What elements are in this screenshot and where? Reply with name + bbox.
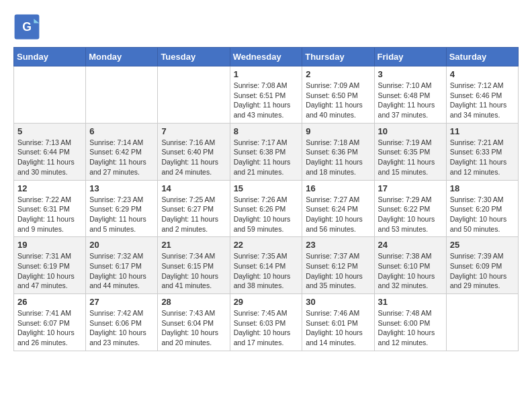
calendar-cell: 28Sunrise: 7:43 AMSunset: 6:04 PMDayligh… bbox=[158, 294, 230, 351]
calendar-cell: 8Sunrise: 7:17 AMSunset: 6:38 PMDaylight… bbox=[230, 123, 302, 180]
day-info: Sunrise: 7:34 AMSunset: 6:15 PMDaylight:… bbox=[161, 251, 226, 291]
day-number: 31 bbox=[378, 297, 443, 307]
calendar-week-row: 5Sunrise: 7:13 AMSunset: 6:44 PMDaylight… bbox=[14, 123, 519, 180]
calendar-cell: 5Sunrise: 7:13 AMSunset: 6:44 PMDaylight… bbox=[14, 123, 86, 180]
calendar-cell: 4Sunrise: 7:12 AMSunset: 6:46 PMDaylight… bbox=[446, 66, 518, 124]
calendar-week-row: 12Sunrise: 7:22 AMSunset: 6:31 PMDayligh… bbox=[14, 180, 519, 237]
day-number: 7 bbox=[161, 126, 226, 136]
day-info: Sunrise: 7:27 AMSunset: 6:24 PMDaylight:… bbox=[306, 195, 370, 234]
calendar-cell: 19Sunrise: 7:31 AMSunset: 6:19 PMDayligh… bbox=[14, 237, 86, 294]
day-number: 30 bbox=[306, 297, 370, 307]
logo: G bbox=[13, 13, 43, 40]
calendar-header-row: SundayMondayTuesdayWednesdayThursdayFrid… bbox=[14, 48, 519, 66]
day-info: Sunrise: 7:41 AMSunset: 6:07 PMDaylight:… bbox=[17, 308, 82, 348]
day-info: Sunrise: 7:38 AMSunset: 6:10 PMDaylight:… bbox=[378, 251, 443, 291]
day-info: Sunrise: 7:14 AMSunset: 6:42 PMDaylight:… bbox=[89, 138, 154, 177]
calendar-cell bbox=[14, 66, 86, 124]
calendar-cell: 26Sunrise: 7:41 AMSunset: 6:07 PMDayligh… bbox=[14, 294, 86, 351]
day-number: 27 bbox=[89, 297, 154, 307]
day-info: Sunrise: 7:46 AMSunset: 6:01 PMDaylight:… bbox=[306, 308, 370, 348]
day-number: 23 bbox=[306, 240, 370, 250]
calendar-cell: 21Sunrise: 7:34 AMSunset: 6:15 PMDayligh… bbox=[158, 237, 230, 294]
calendar-cell: 27Sunrise: 7:42 AMSunset: 6:06 PMDayligh… bbox=[86, 294, 158, 351]
day-number: 11 bbox=[450, 126, 515, 136]
calendar-week-row: 19Sunrise: 7:31 AMSunset: 6:19 PMDayligh… bbox=[14, 237, 519, 294]
calendar-header-sunday: Sunday bbox=[14, 48, 86, 66]
calendar-cell: 12Sunrise: 7:22 AMSunset: 6:31 PMDayligh… bbox=[14, 180, 86, 237]
day-number: 9 bbox=[306, 126, 370, 136]
calendar-cell: 3Sunrise: 7:10 AMSunset: 6:48 PMDaylight… bbox=[374, 66, 446, 124]
day-number: 8 bbox=[234, 126, 299, 136]
day-info: Sunrise: 7:16 AMSunset: 6:40 PMDaylight:… bbox=[161, 138, 226, 177]
calendar-cell: 17Sunrise: 7:29 AMSunset: 6:22 PMDayligh… bbox=[374, 180, 446, 237]
svg-text:G: G bbox=[22, 20, 32, 34]
calendar-cell: 18Sunrise: 7:30 AMSunset: 6:20 PMDayligh… bbox=[446, 180, 518, 237]
calendar-header-monday: Monday bbox=[86, 48, 158, 66]
day-number: 20 bbox=[89, 240, 154, 250]
day-number: 13 bbox=[89, 183, 154, 193]
day-number: 5 bbox=[17, 126, 82, 136]
day-number: 1 bbox=[234, 69, 299, 79]
day-number: 2 bbox=[306, 69, 370, 79]
day-info: Sunrise: 7:21 AMSunset: 6:33 PMDaylight:… bbox=[450, 138, 515, 177]
calendar-cell bbox=[158, 66, 230, 124]
calendar-cell: 15Sunrise: 7:26 AMSunset: 6:26 PMDayligh… bbox=[230, 180, 302, 237]
calendar-cell bbox=[446, 294, 518, 351]
day-info: Sunrise: 7:48 AMSunset: 6:00 PMDaylight:… bbox=[378, 308, 443, 348]
calendar-cell: 24Sunrise: 7:38 AMSunset: 6:10 PMDayligh… bbox=[374, 237, 446, 294]
calendar-cell: 6Sunrise: 7:14 AMSunset: 6:42 PMDaylight… bbox=[86, 123, 158, 180]
day-number: 21 bbox=[161, 240, 226, 250]
day-number: 14 bbox=[161, 183, 226, 193]
calendar-cell: 14Sunrise: 7:25 AMSunset: 6:27 PMDayligh… bbox=[158, 180, 230, 237]
day-info: Sunrise: 7:12 AMSunset: 6:46 PMDaylight:… bbox=[450, 81, 515, 120]
day-info: Sunrise: 7:10 AMSunset: 6:48 PMDaylight:… bbox=[378, 81, 443, 120]
day-number: 15 bbox=[234, 183, 299, 193]
day-info: Sunrise: 7:31 AMSunset: 6:19 PMDaylight:… bbox=[17, 251, 82, 291]
day-number: 26 bbox=[17, 297, 82, 307]
day-number: 28 bbox=[161, 297, 226, 307]
day-info: Sunrise: 7:29 AMSunset: 6:22 PMDaylight:… bbox=[378, 195, 443, 234]
day-info: Sunrise: 7:37 AMSunset: 6:12 PMDaylight:… bbox=[306, 251, 370, 291]
calendar-cell: 16Sunrise: 7:27 AMSunset: 6:24 PMDayligh… bbox=[302, 180, 374, 237]
calendar-cell: 22Sunrise: 7:35 AMSunset: 6:14 PMDayligh… bbox=[230, 237, 302, 294]
day-info: Sunrise: 7:32 AMSunset: 6:17 PMDaylight:… bbox=[89, 251, 154, 291]
day-info: Sunrise: 7:35 AMSunset: 6:14 PMDaylight:… bbox=[234, 251, 299, 291]
calendar-header-tuesday: Tuesday bbox=[158, 48, 230, 66]
calendar-header-thursday: Thursday bbox=[302, 48, 374, 66]
calendar-header-friday: Friday bbox=[374, 48, 446, 66]
calendar-cell bbox=[86, 66, 158, 124]
calendar-table: SundayMondayTuesdayWednesdayThursdayFrid… bbox=[13, 47, 519, 351]
day-number: 12 bbox=[17, 183, 82, 193]
day-number: 24 bbox=[378, 240, 443, 250]
calendar-week-row: 26Sunrise: 7:41 AMSunset: 6:07 PMDayligh… bbox=[14, 294, 519, 351]
day-number: 16 bbox=[306, 183, 370, 193]
day-info: Sunrise: 7:26 AMSunset: 6:26 PMDaylight:… bbox=[234, 195, 299, 234]
day-info: Sunrise: 7:22 AMSunset: 6:31 PMDaylight:… bbox=[17, 195, 82, 234]
day-info: Sunrise: 7:09 AMSunset: 6:50 PMDaylight:… bbox=[306, 81, 370, 120]
logo-icon: G bbox=[13, 13, 40, 40]
day-number: 18 bbox=[450, 183, 515, 193]
day-number: 3 bbox=[378, 69, 443, 79]
calendar-header-wednesday: Wednesday bbox=[230, 48, 302, 66]
calendar-cell: 31Sunrise: 7:48 AMSunset: 6:00 PMDayligh… bbox=[374, 294, 446, 351]
day-info: Sunrise: 7:30 AMSunset: 6:20 PMDaylight:… bbox=[450, 195, 515, 234]
page-header: G bbox=[13, 13, 519, 40]
calendar-cell: 30Sunrise: 7:46 AMSunset: 6:01 PMDayligh… bbox=[302, 294, 374, 351]
calendar-cell: 20Sunrise: 7:32 AMSunset: 6:17 PMDayligh… bbox=[86, 237, 158, 294]
day-number: 4 bbox=[450, 69, 515, 79]
day-info: Sunrise: 7:13 AMSunset: 6:44 PMDaylight:… bbox=[17, 138, 82, 177]
calendar-cell: 2Sunrise: 7:09 AMSunset: 6:50 PMDaylight… bbox=[302, 66, 374, 124]
day-info: Sunrise: 7:43 AMSunset: 6:04 PMDaylight:… bbox=[161, 308, 226, 348]
calendar-cell: 10Sunrise: 7:19 AMSunset: 6:35 PMDayligh… bbox=[374, 123, 446, 180]
day-info: Sunrise: 7:42 AMSunset: 6:06 PMDaylight:… bbox=[89, 308, 154, 348]
day-number: 6 bbox=[89, 126, 154, 136]
calendar-cell: 11Sunrise: 7:21 AMSunset: 6:33 PMDayligh… bbox=[446, 123, 518, 180]
day-number: 10 bbox=[378, 126, 443, 136]
day-info: Sunrise: 7:39 AMSunset: 6:09 PMDaylight:… bbox=[450, 251, 515, 291]
day-info: Sunrise: 7:17 AMSunset: 6:38 PMDaylight:… bbox=[234, 138, 299, 177]
calendar-cell: 25Sunrise: 7:39 AMSunset: 6:09 PMDayligh… bbox=[446, 237, 518, 294]
calendar-week-row: 1Sunrise: 7:08 AMSunset: 6:51 PMDaylight… bbox=[14, 66, 519, 124]
calendar-cell: 7Sunrise: 7:16 AMSunset: 6:40 PMDaylight… bbox=[158, 123, 230, 180]
calendar-cell: 29Sunrise: 7:45 AMSunset: 6:03 PMDayligh… bbox=[230, 294, 302, 351]
day-info: Sunrise: 7:08 AMSunset: 6:51 PMDaylight:… bbox=[234, 81, 299, 120]
